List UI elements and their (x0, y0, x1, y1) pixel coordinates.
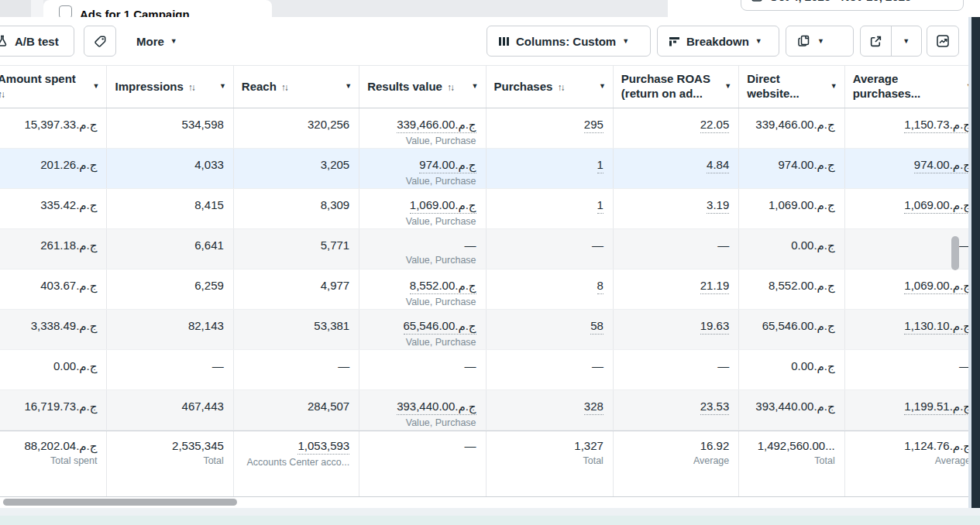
export-menu-arrow[interactable]: ▼ (892, 38, 922, 45)
currency-egp: ج.م. (950, 319, 971, 332)
column-header-results-value[interactable]: Results value↑↓▼ (359, 66, 486, 108)
metric-value[interactable]: 22.05 (700, 118, 730, 133)
metric-value: 6,641 (194, 238, 224, 252)
sort-arrows-icon[interactable]: ↑↓ (557, 82, 563, 93)
metric-value[interactable]: 974.00ج.م. (914, 158, 971, 173)
metric-value[interactable]: 1,069.00ج.م. (904, 198, 971, 214)
chevron-down-icon[interactable]: ▼ (93, 82, 100, 91)
metric-value[interactable]: 4.84 (707, 158, 729, 173)
column-header-average-purchases[interactable]: Averagepurchases...▼ (845, 66, 980, 108)
metric-value[interactable]: 1,150.73ج.م. (904, 118, 971, 133)
metric-value[interactable]: 328 (584, 400, 603, 415)
metric-value[interactable]: 23.53 (700, 400, 730, 415)
currency-egp: ج.م. (813, 238, 834, 252)
currency-egp: ج.م. (950, 400, 971, 413)
metric-value[interactable]: 58 (590, 319, 603, 335)
ads-manager-page: Ads for 1 Campaign Oct 4, 2025 - Nov 10,… (0, 0, 980, 525)
table-row[interactable]: 3,338.49ج.م.82,14353,38165,546.00ج.م.Val… (0, 310, 980, 350)
export-split-button[interactable]: ▼ (860, 26, 922, 57)
chevron-down-icon[interactable]: ▼ (599, 82, 606, 91)
metric-value: — (465, 359, 476, 373)
currency-egp: ج.م. (813, 319, 834, 332)
currency-egp: ج.م. (813, 279, 834, 292)
calendar-icon (751, 0, 763, 2)
metric-value[interactable]: 974.00ج.م. (419, 158, 476, 173)
metric-value[interactable]: 8,552.00ج.م. (410, 279, 476, 294)
metric-value: 65,546.00ج.م. (762, 319, 835, 333)
chevron-down-icon[interactable]: ▼ (830, 82, 837, 91)
column-header-label: Reach↑↓ (242, 80, 287, 94)
ab-test-button[interactable]: A/B test (0, 26, 74, 57)
column-header-impressions[interactable]: Impressions↑↓▼ (107, 66, 233, 108)
table-row[interactable]: 16,719.73ج.م.467,443284,507393,440.00ج.م… (0, 390, 980, 431)
tab-ads-for-campaign[interactable]: Ads for 1 Campaign (43, 0, 272, 17)
cell-impressions: 2,535,345Total (107, 431, 233, 496)
horizontal-scrollbar-thumb[interactable] (3, 499, 237, 506)
metric-value[interactable]: 3.19 (707, 198, 729, 214)
table-row[interactable]: 15,397.33ج.م.534,598320,256339,466.00ج.م… (0, 108, 980, 149)
chevron-down-icon[interactable]: ▼ (345, 82, 352, 91)
cell-impressions: 82,143 (107, 310, 233, 349)
column-header-reach[interactable]: Reach↑↓▼ (234, 66, 359, 108)
metric-value[interactable]: 1 (597, 198, 603, 214)
tag-button[interactable] (84, 26, 116, 57)
breakdown-button[interactable]: Breakdown ▼ (657, 26, 779, 57)
column-header-direct-website[interactable]: Directwebsite...▼ (739, 66, 844, 108)
cell-subtitle: Total (113, 455, 223, 466)
charts-button[interactable] (927, 26, 959, 57)
column-header-amount-spent[interactable]: Amount spent↑↓▼ (0, 66, 107, 108)
right-panel-edge (971, 17, 980, 508)
metric-value: 403.67ج.م. (40, 279, 97, 293)
metric-value: 974.00ج.م. (779, 158, 835, 172)
chevron-down-icon: ▼ (622, 38, 629, 45)
metric-value[interactable]: 8 (597, 279, 603, 294)
sort-arrows-icon[interactable]: ↑↓ (0, 89, 4, 100)
metric-value[interactable]: 1,199.51ج.م. (904, 400, 971, 415)
cell-amount-spent: 335.42ج.م. (0, 189, 107, 228)
sort-arrows-icon[interactable]: ↑↓ (447, 82, 453, 93)
column-header-purchase-roas[interactable]: Purchase ROAS(return on ad...▼ (614, 66, 739, 108)
metric-value[interactable]: 295 (584, 118, 603, 133)
table-row[interactable]: 201.26ج.م.4,0333,205974.00ج.م.Value, Pur… (0, 149, 980, 189)
cell-purchases: 58 (487, 310, 614, 349)
cell-purchases: 328 (487, 390, 614, 430)
columns-button[interactable]: Columns: Custom ▼ (487, 26, 651, 57)
vertical-scrollbar-thumb[interactable] (951, 236, 959, 270)
cell-reach: 320,256 (234, 108, 359, 148)
metric-value[interactable]: 1,130.10ج.م. (904, 319, 971, 335)
metric-value[interactable]: 65,546.00ج.م. (404, 319, 476, 335)
more-button[interactable]: More ▼ (136, 26, 177, 57)
chevron-down-icon[interactable]: ▼ (724, 82, 731, 91)
cell-results-value: 1,069.00ج.م.Value, Purchase (359, 189, 486, 228)
chevron-down-icon[interactable]: ▼ (472, 82, 479, 91)
reports-button[interactable]: ▼ (786, 26, 854, 57)
table-row[interactable]: 403.67ج.م.6,2594,9778,552.00ج.م.Value, P… (0, 269, 980, 310)
metric-value[interactable]: 393,440.00ج.م. (397, 400, 476, 415)
metric-value[interactable]: 1 (597, 158, 603, 173)
metric-value[interactable]: 1,069.00ج.م. (904, 279, 971, 294)
metric-value[interactable]: 339,466.00ج.م. (397, 118, 476, 133)
sort-arrows-icon[interactable]: ↑↓ (281, 82, 287, 93)
metric-value[interactable]: 19.63 (700, 319, 730, 335)
table-row[interactable]: 0.00ج.م.—————0.00ج.م.— (0, 350, 980, 390)
cell-reach: — (234, 350, 359, 389)
sort-arrows-icon[interactable]: ↑↓ (188, 82, 194, 93)
metric-value[interactable]: 21.19 (700, 279, 730, 294)
cell-impressions: 534,598 (107, 108, 233, 148)
metric-value[interactable]: 1,053,593 (297, 439, 349, 455)
table-row[interactable]: 335.42ج.م.8,4158,3091,069.00ج.م.Value, P… (0, 189, 980, 229)
totals-row: 88,202.04ج.م.Total spent2,535,345Total1,… (0, 431, 980, 497)
table-row[interactable]: 261.18ج.م.6,6415,771—Value, Purchase——0.… (0, 229, 980, 269)
metric-value: — (717, 359, 729, 373)
cell-impressions: 6,641 (107, 229, 233, 269)
date-range-button[interactable]: Oct 4, 2025 - Nov 10, 2025 (741, 0, 964, 11)
column-header-purchases[interactable]: Purchases↑↓▼ (487, 66, 614, 108)
currency-egp: ج.م. (950, 439, 971, 452)
cell-subtitle: Value, Purchase (366, 337, 476, 348)
column-header-label: Purchase ROAS(return on ad... (621, 72, 710, 101)
chevron-down-icon[interactable]: ▼ (219, 82, 226, 91)
export-icon[interactable] (861, 35, 891, 48)
cell-purchases: — (487, 350, 614, 389)
metric-value[interactable]: 1,069.00ج.م. (410, 198, 476, 214)
metric-value: 393,440.00ج.م. (755, 400, 834, 413)
